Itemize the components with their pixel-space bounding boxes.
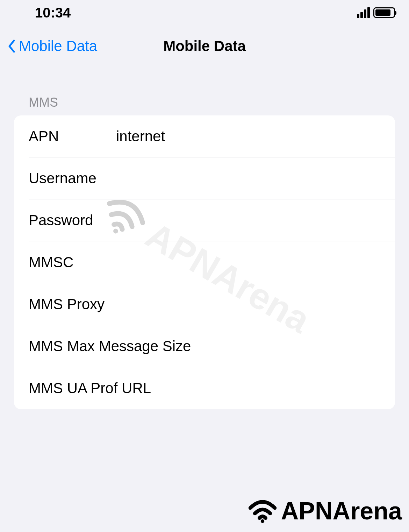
footer-logo: APNArena [247,497,402,525]
chevron-left-icon [8,40,15,53]
back-label: Mobile Data [19,38,97,55]
password-input[interactable] [116,212,395,229]
username-label: Username [29,170,116,187]
svg-point-1 [261,519,265,523]
apn-row[interactable]: APN [14,115,395,157]
battery-icon [373,7,395,18]
mms-ua-prof-row[interactable]: MMS UA Prof URL [14,367,395,409]
mmsc-row[interactable]: MMSC [14,241,395,283]
mms-max-size-row[interactable]: MMS Max Message Size [14,325,395,367]
mms-settings-group: APN Username Password MMSC MMS Proxy MMS… [14,115,395,409]
apn-input[interactable] [116,128,395,145]
mms-proxy-input[interactable] [116,296,395,313]
section-header-mms: MMS [29,95,395,110]
mms-proxy-label: MMS Proxy [29,296,116,313]
password-label: Password [29,212,116,229]
wifi-icon [247,499,278,523]
username-input[interactable] [116,170,395,187]
mms-ua-prof-label: MMS UA Prof URL [29,380,151,397]
footer-text: APNArena [281,497,402,525]
status-indicators [357,7,395,18]
mms-ua-prof-input[interactable] [151,380,395,397]
status-time: 10:34 [35,5,71,21]
status-bar: 10:34 [0,0,409,25]
password-row[interactable]: Password [14,199,395,241]
mms-max-size-input[interactable] [191,338,395,355]
username-row[interactable]: Username [14,157,395,199]
mmsc-label: MMSC [29,254,116,271]
cellular-signal-icon [357,7,370,18]
content-area: MMS APN Username Password MMSC MMS Proxy [0,95,409,409]
page-title: Mobile Data [163,38,246,55]
back-button[interactable]: Mobile Data [8,38,97,55]
mmsc-input[interactable] [116,254,395,271]
mms-proxy-row[interactable]: MMS Proxy [14,283,395,325]
mms-max-size-label: MMS Max Message Size [29,338,191,355]
apn-label: APN [29,128,116,145]
navigation-bar: Mobile Data Mobile Data [0,25,409,67]
